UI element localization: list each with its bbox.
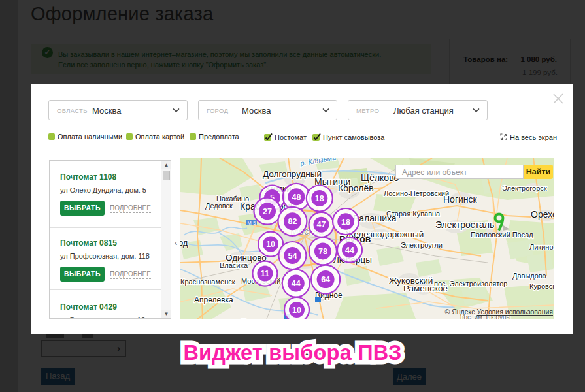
svg-text:82: 82 bbox=[288, 217, 297, 226]
svg-text:Власиха: Власиха bbox=[220, 261, 248, 269]
svg-text:44: 44 bbox=[292, 279, 301, 288]
svg-text:Ликино-Дулёво: Ликино-Дулёво bbox=[529, 243, 554, 251]
svg-text:Троицк: Троицк bbox=[241, 318, 267, 319]
svg-text:Орехово: Орехово bbox=[531, 209, 554, 220]
svg-text:18: 18 bbox=[315, 194, 324, 203]
svg-text:Давыдово: Давыдово bbox=[512, 272, 546, 280]
svg-text:М·5: М·5 bbox=[248, 220, 256, 226]
svg-text:Павловский Посад: Павловский Посад bbox=[471, 231, 533, 238]
svg-text:город: город bbox=[180, 238, 188, 248]
svg-text:Краснознаменск: Краснознаменск bbox=[180, 278, 235, 286]
svg-text:Электрогорск: Электрогорск bbox=[502, 184, 547, 192]
svg-text:Долгопрудный: Долгопрудный bbox=[263, 169, 322, 179]
svg-text:Ногинск: Ногинск bbox=[443, 194, 478, 204]
svg-text:Раменское: Раменское bbox=[403, 284, 448, 293]
svg-text:Щёлково: Щёлково bbox=[361, 172, 399, 183]
svg-text:48: 48 bbox=[292, 193, 301, 202]
svg-text:27: 27 bbox=[263, 207, 272, 216]
svg-text:Электроугли: Электроугли bbox=[401, 241, 443, 249]
svg-text:78: 78 bbox=[318, 247, 327, 256]
svg-text:47: 47 bbox=[317, 220, 326, 229]
svg-text:Королёв: Королёв bbox=[338, 183, 374, 193]
svg-text:10: 10 bbox=[266, 240, 275, 249]
svg-text:11: 11 bbox=[261, 269, 269, 278]
svg-text:Дедовск: Дедовск bbox=[205, 202, 233, 210]
svg-text:54: 54 bbox=[288, 252, 297, 261]
svg-text:Лосино-Петровский: Лосино-Петровский bbox=[384, 189, 449, 197]
svg-text:64: 64 bbox=[321, 275, 330, 284]
svg-text:Апрелевка: Апрелевка bbox=[194, 295, 233, 304]
svg-text:Электросталь: Электросталь bbox=[435, 220, 494, 230]
svg-text:44: 44 bbox=[345, 246, 354, 255]
svg-text:Куровско: Куровско bbox=[529, 282, 554, 290]
svg-text:18: 18 bbox=[341, 218, 350, 227]
